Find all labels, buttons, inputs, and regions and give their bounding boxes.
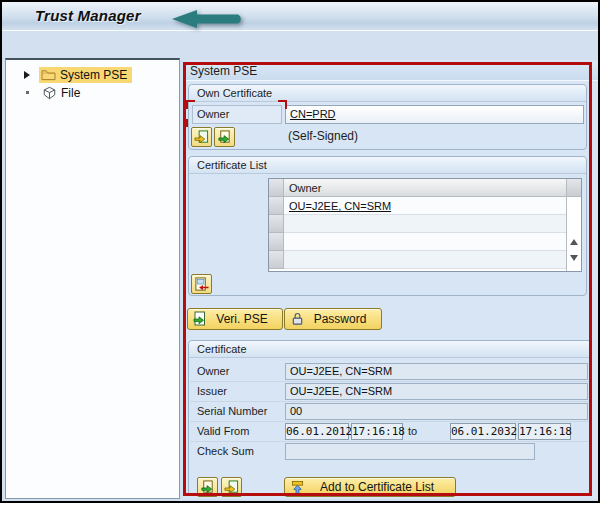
tree-item-file-target[interactable]: File — [40, 85, 82, 101]
import-own-certificate-button[interactable] — [214, 127, 235, 147]
package-icon — [42, 86, 57, 100]
system-pse-panel: System PSE Own Certificate Owner CN=PRD … — [183, 60, 598, 499]
serial-number-field[interactable]: 00 — [285, 403, 588, 420]
leaf-bullet-icon — [26, 91, 29, 94]
expander-icon[interactable] — [24, 71, 30, 79]
row-selector[interactable] — [269, 197, 284, 215]
doc-export-icon — [224, 480, 239, 495]
verify-doc-icon — [192, 311, 208, 327]
certificate-issuer-label: Issuer — [197, 385, 227, 397]
sidebar-item-system-pse[interactable]: System PSE — [24, 66, 132, 83]
valid-from-row: Valid From 06.01.2012 17:16:18 to 06.01.… — [190, 422, 590, 442]
doc-picture-red-arrow-icon — [194, 277, 209, 292]
screenshot-page: Trust Manager System PSE — [0, 0, 600, 507]
page-title: Trust Manager — [35, 7, 141, 24]
table-row[interactable] — [269, 251, 581, 269]
password-button[interactable]: Password — [284, 308, 382, 330]
valid-from-time-field[interactable]: 17:16:18 — [351, 423, 403, 440]
scroll-up-icon[interactable] — [570, 239, 578, 245]
display-certificate-button[interactable] — [191, 274, 212, 294]
row-selector[interactable] — [269, 233, 284, 251]
doc-import-icon — [217, 130, 232, 145]
own-certificate-group: Own Certificate Owner CN=PRD (Self-Signe… — [188, 84, 587, 150]
certificate-owner-row: Owner OU=J2EE, CN=SRM — [190, 362, 590, 382]
tree-selection-highlight[interactable]: System PSE — [39, 67, 132, 83]
lock-icon — [290, 311, 305, 327]
scrollbar-header-cell — [566, 179, 581, 197]
valid-from-label: Valid From — [197, 425, 249, 437]
row-selector[interactable] — [269, 215, 284, 233]
certificate-list-table: Owner OU=J2EE, CN=SRM — [268, 178, 582, 272]
insert-row-icon — [290, 480, 305, 495]
trust-manager-window: Trust Manager System PSE — [0, 0, 600, 503]
own-certificate-header: Own Certificate — [189, 85, 586, 102]
to-label: to — [408, 425, 417, 437]
serial-number-label: Serial Number — [197, 405, 267, 417]
export-certificate-button[interactable] — [221, 477, 242, 497]
certificate-list-header: Certificate List — [189, 157, 586, 174]
add-to-certificate-list-button[interactable]: Add to Certificate List — [284, 477, 456, 497]
sidebar-item-label: System PSE — [60, 68, 127, 82]
scroll-down-icon[interactable] — [570, 255, 578, 261]
certificate-group: Certificate Owner OU=J2EE, CN=SRM Issuer… — [188, 340, 592, 496]
valid-to-time-field[interactable]: 17:16:18 — [518, 423, 571, 440]
verify-pse-label: Veri. PSE — [208, 312, 282, 326]
doc-import-icon — [200, 480, 215, 495]
verify-pse-button[interactable]: Veri. PSE — [187, 308, 283, 330]
own-certificate-owner-field[interactable]: CN=PRD — [285, 105, 584, 124]
check-sum-label: Check Sum — [197, 445, 254, 457]
table-corner-cell — [269, 179, 284, 197]
sidebar-item-file[interactable]: File — [24, 84, 82, 101]
certificate-owner-label: Owner — [197, 365, 229, 377]
import-certificate-button[interactable] — [197, 477, 218, 497]
certificate-serial-row: Serial Number 00 — [190, 402, 590, 422]
panel-title: System PSE — [183, 62, 598, 81]
table-row[interactable]: OU=J2EE, CN=SRM — [269, 197, 581, 215]
password-label: Password — [305, 312, 381, 326]
table-header-row: Owner — [269, 179, 581, 197]
empty-cell — [284, 251, 566, 269]
row-selector[interactable] — [269, 251, 284, 269]
check-sum-row: Check Sum — [190, 442, 590, 462]
valid-to-date-field[interactable]: 06.01.2032 — [450, 423, 516, 440]
certificate-issuer-field[interactable]: OU=J2EE, CN=SRM — [285, 383, 588, 400]
sidebar-item-label: File — [61, 86, 80, 100]
title-bar: Trust Manager — [2, 2, 598, 31]
certificate-header: Certificate — [189, 341, 591, 358]
owner-column-header[interactable]: Owner — [284, 179, 566, 197]
certificate-list-entry[interactable]: OU=J2EE, CN=SRM — [284, 197, 566, 215]
folder-icon — [41, 68, 56, 81]
add-to-certificate-list-label: Add to Certificate List — [305, 480, 455, 494]
navigation-tree: System PSE File — [5, 58, 180, 499]
annotation-arrow-icon — [170, 8, 250, 34]
table-row[interactable] — [269, 233, 581, 251]
empty-cell — [284, 233, 566, 251]
check-sum-field[interactable] — [285, 443, 535, 460]
empty-cell — [284, 215, 566, 233]
certificate-list-group: Certificate List Owner OU=J2EE, CN=SRM — [188, 156, 587, 296]
certificate-owner-field[interactable]: OU=J2EE, CN=SRM — [285, 363, 588, 380]
table-row[interactable] — [269, 215, 581, 233]
export-own-certificate-button[interactable] — [191, 127, 212, 147]
table-scrollbar[interactable] — [566, 197, 581, 271]
doc-export-icon — [194, 130, 209, 145]
certificate-issuer-row: Issuer OU=J2EE, CN=SRM — [190, 382, 590, 402]
valid-from-date-field[interactable]: 06.01.2012 — [285, 423, 349, 440]
owner-label: Owner — [192, 105, 282, 124]
self-signed-note: (Self-Signed) — [288, 129, 358, 143]
